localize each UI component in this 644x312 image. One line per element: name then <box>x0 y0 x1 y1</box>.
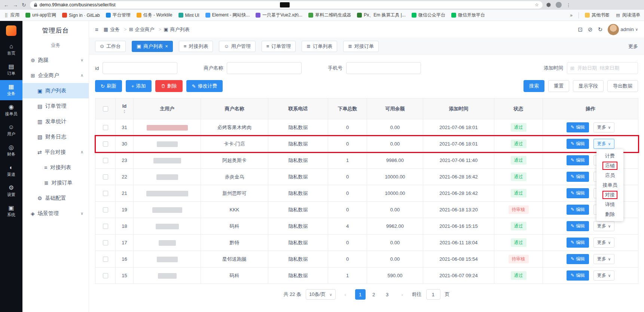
page-tab[interactable]: 对接列表 × <box>179 41 213 52</box>
dropdown-item[interactable]: 店员 <box>596 171 623 180</box>
bookmark[interactable]: 微信开放平台 <box>451 12 485 18</box>
edit-button[interactable]: ✎ 编辑 <box>567 270 589 281</box>
url-bar[interactable]: demo.99make.com/business/seller/list ☆ <box>30 1 543 9</box>
dropdown-item[interactable]: 对接 <box>596 190 623 200</box>
row-checkbox[interactable] <box>103 207 108 212</box>
row-checkbox[interactable] <box>103 141 108 147</box>
breadcrumb-item[interactable]: 企业商户 <box>129 26 162 33</box>
menu-dots-icon[interactable]: ⋮ <box>566 2 571 8</box>
edit-button[interactable]: ✎ 编辑 <box>567 155 589 165</box>
more-button[interactable]: 更多 ∨ <box>593 254 614 264</box>
select-all-checkbox[interactable] <box>103 106 108 111</box>
rail-item[interactable]: 用户 <box>0 120 22 141</box>
show-fields-button[interactable]: 显示字段 <box>573 80 604 92</box>
merchant-name-filter-input[interactable] <box>227 62 302 74</box>
phone-filter-input[interactable] <box>346 62 421 74</box>
bookmark[interactable]: 草料二维码生成器 <box>308 12 351 18</box>
bookmark[interactable]: 其他书签 <box>585 12 610 18</box>
dropdown-item[interactable]: 计费 <box>596 151 623 161</box>
bookmark[interactable]: uni-app官网 <box>25 12 56 18</box>
page-number-button[interactable]: 2 <box>369 289 379 300</box>
extensions-puzzle-icon[interactable] <box>546 3 551 7</box>
bookmark-star-icon[interactable]: ☆ <box>535 2 539 7</box>
sidebar-menu-item[interactable]: 跑腿 <box>22 52 89 68</box>
bookmark[interactable]: Px、Em 换算工具 |... <box>357 12 406 18</box>
sidebar-menu-item[interactable]: 对接订单 <box>22 175 89 190</box>
edit-button[interactable]: ✎ 编辑 <box>567 238 589 248</box>
sidebar-menu-item[interactable]: 基础配置 <box>22 190 89 206</box>
row-checkbox[interactable] <box>103 257 108 262</box>
dropdown-item[interactable]: 店铺 <box>596 161 623 171</box>
rail-item[interactable]: 接单员 <box>0 100 22 120</box>
column-header-id[interactable]: Id ▲▼ <box>116 98 134 119</box>
reset-button[interactable]: 重置 <box>548 80 569 92</box>
edit-button[interactable]: ✎ 编辑 <box>567 139 589 149</box>
more-button[interactable]: 更多 ∨ <box>593 238 614 248</box>
close-icon[interactable]: × <box>165 43 168 49</box>
forward-icon[interactable]: → <box>13 2 18 7</box>
reload-icon[interactable]: ↻ <box>22 2 26 7</box>
overflow-bookmarks-icon[interactable]: » <box>570 13 573 18</box>
page-tab[interactable]: 订单管理 × <box>262 41 296 52</box>
bookmark[interactable]: 任务 - Worktile <box>137 12 173 18</box>
bookmark[interactable]: 阅读清单 <box>616 12 640 18</box>
more-button[interactable]: 更多 ∨ <box>593 221 614 231</box>
sidebar-menu-item[interactable]: 平台对接 <box>22 144 89 160</box>
collapse-menu-icon[interactable]: ≡ <box>95 26 98 33</box>
bookmark[interactable]: Sign in · GitLab <box>62 13 100 18</box>
row-checkbox[interactable] <box>103 191 108 196</box>
refresh-button[interactable]: ↻ 刷新 <box>95 80 122 92</box>
breadcrumb-item[interactable]: 业务 <box>104 26 127 33</box>
next-page-button[interactable]: › <box>397 289 408 300</box>
row-checkbox[interactable] <box>103 174 108 180</box>
rail-item[interactable]: 设置 <box>0 181 22 201</box>
edit-button[interactable]: ✎ 编辑 <box>567 205 589 215</box>
bookmark[interactable]: 平台管理 <box>106 12 131 18</box>
edit-button[interactable]: ✎ 编辑 <box>567 188 589 198</box>
edit-button[interactable]: ✎ 编辑 <box>567 122 589 132</box>
profile-icon[interactable] <box>556 2 562 8</box>
rail-item[interactable]: 业务 <box>0 80 22 100</box>
export-button[interactable]: 导出数据 <box>607 80 638 92</box>
rail-item[interactable]: 首页 <box>0 40 22 60</box>
rail-item[interactable]: 财务 <box>0 141 22 161</box>
back-icon[interactable]: ← <box>4 2 9 7</box>
user-menu[interactable]: admin ∨ <box>608 24 638 35</box>
sort-icons[interactable]: ▲▼ <box>123 109 126 114</box>
fullscreen-icon[interactable]: ⊡ <box>578 26 583 33</box>
edit-button[interactable]: ✎ 编辑 <box>567 172 589 182</box>
bookmark[interactable]: Element - 网站快... <box>205 12 250 18</box>
sidebar-menu-item[interactable]: 订单管理 <box>22 98 89 114</box>
more-button[interactable]: 更多 ∨ <box>593 122 614 132</box>
delete-button[interactable]: 删除 <box>155 80 183 92</box>
page-tab[interactable]: 用户管理 × <box>219 41 255 52</box>
edit-button[interactable]: ✎ 编辑 <box>567 221 589 231</box>
sidebar-menu-item[interactable]: 财务日志 <box>22 129 89 144</box>
edit-button[interactable]: ✎ 编辑 <box>567 254 589 264</box>
bookmark[interactable]: 一只基于Vue2.x的... <box>256 12 302 18</box>
sidebar-menu-item[interactable]: 场景管理 <box>22 206 89 221</box>
page-tab[interactable]: 商户列表 × <box>132 41 173 52</box>
refresh-icon[interactable]: ↻ <box>598 26 603 33</box>
modify-billing-button[interactable]: ✎ 修改计费 <box>186 80 223 92</box>
tabs-more-button[interactable]: 更多 <box>628 43 638 50</box>
row-checkbox[interactable] <box>103 125 108 130</box>
page-number-button[interactable]: 3 <box>382 289 393 300</box>
dropdown-item[interactable]: 详情 <box>596 200 623 209</box>
bookmark[interactable]: 应用 <box>4 12 19 18</box>
page-size-select[interactable]: 10条/页 ∨ <box>306 289 335 300</box>
page-tab[interactable]: 订单列表 × <box>302 41 337 52</box>
more-button[interactable]: 更多 ∨ <box>593 270 614 281</box>
sidebar-menu-item[interactable]: 企业商户 <box>22 68 89 83</box>
id-filter-input[interactable] <box>103 62 177 74</box>
rail-item[interactable]: 系统 <box>0 201 22 221</box>
row-checkbox[interactable] <box>103 240 108 245</box>
search-button[interactable]: 搜索 <box>524 80 544 92</box>
lock-screen-icon[interactable]: ⊘ <box>588 26 593 33</box>
bookmark[interactable]: 微信公众平台 <box>412 12 445 18</box>
bookmark[interactable]: Mint UI <box>178 13 199 18</box>
sidebar-menu-item[interactable]: 发单统计 <box>22 114 89 129</box>
add-button[interactable]: + 添加 <box>126 80 152 92</box>
date-range-input[interactable]: 开始日期 结束日期 <box>567 62 638 74</box>
row-checkbox[interactable] <box>103 273 108 278</box>
